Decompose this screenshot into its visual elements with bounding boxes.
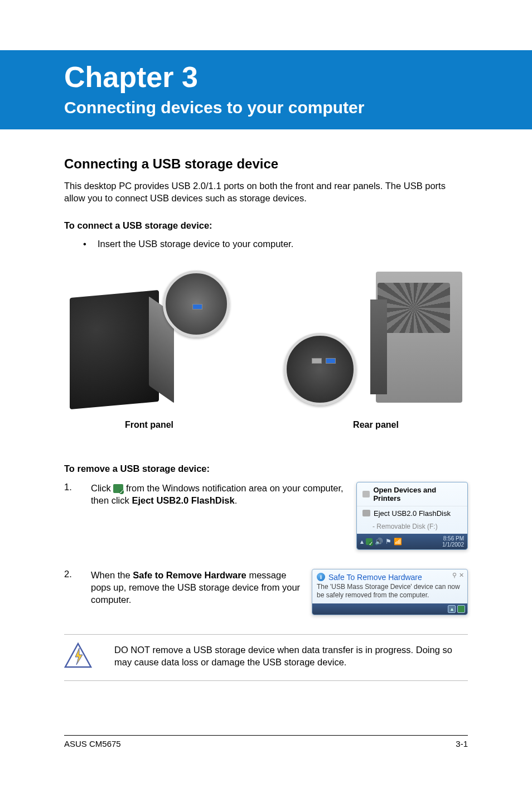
footer-page-number: 3-1 xyxy=(456,739,468,748)
show-hidden-icons[interactable]: ▴ xyxy=(448,605,456,613)
taskbar: ▴ 🔊 ⚑ 📶 8:56 PM 1/1/2002 xyxy=(357,534,467,549)
safely-remove-tray-icon xyxy=(113,484,123,493)
drive-icon xyxy=(362,510,370,516)
step1-text: Click from the Windows notification area… xyxy=(91,482,356,550)
menu-removable-disk: - Removable Disk (F:) xyxy=(357,520,467,534)
page-footer: ASUS CM5675 3-1 xyxy=(64,735,468,748)
bullet-item: • Insert the USB storage device to your … xyxy=(64,239,468,249)
warning-text: DO NOT remove a USB storage device when … xyxy=(114,642,468,669)
step2-text: When the Safe to Remove Hardware message… xyxy=(91,569,312,615)
bullet-text: Insert the USB storage device to your co… xyxy=(98,239,468,249)
info-icon: i xyxy=(317,573,325,581)
chapter-title: Chapter 3 xyxy=(64,60,532,94)
balloon-controls: ⚲ ✕ xyxy=(452,572,464,579)
tray-volume-icon[interactable]: 🔊 xyxy=(375,538,383,545)
section-heading: Connecting a USB storage device xyxy=(64,156,468,172)
tray-safely-remove-icon[interactable] xyxy=(457,605,465,613)
balloon-title: Safe To Remove Hardware xyxy=(328,573,422,582)
front-panel-caption: Front panel xyxy=(64,420,234,430)
warning-lightning-icon xyxy=(64,642,92,670)
chapter-header: Chapter 3 Connecting devices to your com… xyxy=(0,50,532,129)
intro-paragraph: This desktop PC provides USB 2.0/1.1 por… xyxy=(64,180,468,205)
menu-open-devices[interactable]: Open Devices and Printers xyxy=(357,482,467,506)
connect-subheading: To connect a USB storage device: xyxy=(64,220,468,231)
step-number: 2. xyxy=(64,569,91,615)
footer-model: ASUS CM5675 xyxy=(64,739,121,748)
balloon-close-icon[interactable]: ✕ xyxy=(459,572,464,579)
tray-up-icon[interactable]: ▴ xyxy=(360,538,364,545)
step-number: 1. xyxy=(64,482,91,550)
rear-panel-caption: Rear panel xyxy=(284,420,468,430)
menu-eject-flashdisk[interactable]: Eject USB2.0 FlashDisk xyxy=(357,506,467,520)
tray-clock[interactable]: 8:56 PM 1/1/2002 xyxy=(442,535,464,548)
tray-network-icon[interactable]: 📶 xyxy=(394,538,402,545)
printer-icon xyxy=(362,491,370,497)
warning-note: DO NOT remove a USB storage device when … xyxy=(64,634,468,681)
safe-remove-balloon: ⚲ ✕ i Safe To Remove Hardware The 'USB M… xyxy=(312,569,468,615)
remove-subheading: To remove a USB storage device: xyxy=(64,463,468,474)
rear-panel-illustration xyxy=(284,266,468,411)
chapter-subtitle: Connecting devices to your computer xyxy=(64,98,532,117)
front-panel-illustration xyxy=(64,266,234,411)
tray-safely-remove-icon[interactable] xyxy=(366,538,373,545)
windows-eject-menu: Open Devices and Printers Eject USB2.0 F… xyxy=(356,482,468,550)
tray-flag-icon[interactable]: ⚑ xyxy=(385,538,391,545)
balloon-body: The 'USB Mass Storage Device' device can… xyxy=(317,583,463,600)
bullet-marker: • xyxy=(64,239,98,249)
balloon-pin-icon[interactable]: ⚲ xyxy=(452,572,457,579)
